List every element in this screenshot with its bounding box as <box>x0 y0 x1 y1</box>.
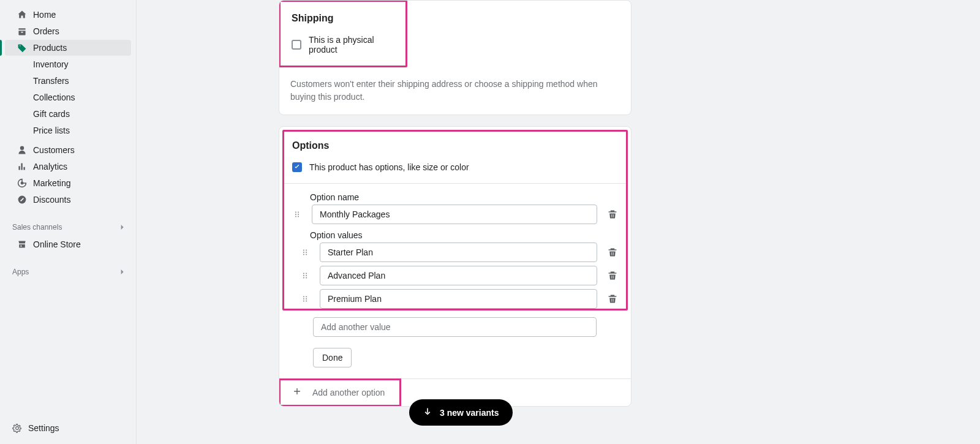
sales-channels-label: Sales channels <box>12 223 62 231</box>
shipping-helper-section: Customers won't enter their shipping add… <box>279 67 631 115</box>
svg-point-5 <box>298 214 299 215</box>
svg-point-13 <box>306 254 307 255</box>
svg-point-7 <box>298 216 299 217</box>
analytics-icon <box>17 162 27 171</box>
add-value-section: Done <box>279 314 631 378</box>
option-value-row <box>292 289 618 309</box>
gear-icon <box>12 423 22 433</box>
svg-point-22 <box>303 298 304 299</box>
drag-handle-icon[interactable] <box>300 248 310 257</box>
has-options-label: This product has options, like size or c… <box>309 162 469 172</box>
physical-product-label: This is a physical product <box>309 35 394 55</box>
drag-handle-icon[interactable] <box>300 271 310 280</box>
svg-point-20 <box>303 296 304 297</box>
option-name-input[interactable] <box>312 205 597 224</box>
delete-value-button[interactable] <box>607 247 618 257</box>
marketing-icon <box>17 178 27 188</box>
sidebar-subitem-inventory[interactable]: Inventory <box>5 56 131 72</box>
shipping-helper-text: Customers won't enter their shipping add… <box>290 78 620 103</box>
svg-point-10 <box>303 252 304 253</box>
sidebar-subitem-transfers[interactable]: Transfers <box>5 73 131 89</box>
sidebar-item-products[interactable]: Products <box>5 40 131 56</box>
delete-value-button[interactable] <box>607 271 618 280</box>
svg-point-16 <box>303 275 304 276</box>
sales-channels-header[interactable]: Sales channels <box>0 219 136 236</box>
options-highlight: Options This product has options, like s… <box>282 130 628 310</box>
delete-value-button[interactable] <box>607 294 618 304</box>
shipping-card: Shipping This is a physical product Cust… <box>279 0 631 115</box>
add-option-highlight: Add another option <box>279 378 401 407</box>
settings-label: Settings <box>28 423 59 433</box>
sidebar-item-label: Customers <box>33 145 75 155</box>
physical-product-checkbox[interactable] <box>292 40 301 50</box>
products-icon <box>17 43 27 53</box>
option-name-label: Option name <box>310 192 618 202</box>
store-icon <box>17 239 27 249</box>
svg-point-2 <box>295 211 296 213</box>
option-value-input[interactable] <box>320 289 597 309</box>
sidebar-item-discounts[interactable]: Discounts <box>5 192 131 208</box>
drag-handle-icon[interactable] <box>292 210 302 219</box>
option-value-row <box>292 243 618 262</box>
svg-point-4 <box>295 214 296 215</box>
svg-point-11 <box>306 252 307 253</box>
drag-handle-icon[interactable] <box>300 295 310 303</box>
sidebar-item-label: Analytics <box>33 162 67 171</box>
sidebar-item-label: Discounts <box>33 195 70 205</box>
new-variants-pill[interactable]: 3 new variants <box>409 399 513 426</box>
svg-point-15 <box>306 273 307 274</box>
apps-header[interactable]: Apps <box>0 263 136 280</box>
sidebar-item-online-store[interactable]: Online Store <box>5 236 131 252</box>
add-value-input[interactable] <box>313 317 597 337</box>
option-editor: Option name Option values <box>284 183 626 309</box>
svg-point-0 <box>21 182 24 185</box>
svg-point-14 <box>303 273 304 274</box>
sidebar-item-analytics[interactable]: Analytics <box>5 159 131 175</box>
orders-icon <box>17 26 27 36</box>
variants-pill-label: 3 new variants <box>440 408 499 418</box>
sidebar-subitem-price-lists[interactable]: Price lists <box>5 122 131 138</box>
arrow-down-icon <box>423 407 432 418</box>
physical-product-row[interactable]: This is a physical product <box>292 35 394 55</box>
has-options-checkbox[interactable] <box>292 162 302 172</box>
shipping-title: Shipping <box>292 13 394 24</box>
option-name-row <box>292 205 618 224</box>
svg-point-19 <box>306 277 307 278</box>
sidebar-subitem-collections[interactable]: Collections <box>5 89 131 105</box>
sidebar: Home Orders Products Inventory Transfers… <box>0 0 137 444</box>
svg-point-3 <box>298 211 299 213</box>
sidebar-subitem-gift-cards[interactable]: Gift cards <box>5 106 131 122</box>
main-content: Shipping This is a physical product Cust… <box>279 0 631 418</box>
add-option-label: Add another option <box>312 388 385 397</box>
apps-label: Apps <box>12 268 29 276</box>
svg-point-21 <box>306 296 307 297</box>
options-title: Options <box>292 140 618 151</box>
option-value-input[interactable] <box>320 266 597 285</box>
sidebar-item-home[interactable]: Home <box>5 7 131 23</box>
has-options-row[interactable]: This product has options, like size or c… <box>292 162 618 172</box>
chevron-right-icon <box>118 267 127 277</box>
discounts-icon <box>17 195 27 205</box>
delete-option-button[interactable] <box>607 209 618 219</box>
option-value-input[interactable] <box>320 243 597 262</box>
sidebar-item-marketing[interactable]: Marketing <box>5 175 131 191</box>
sidebar-item-customers[interactable]: Customers <box>5 142 131 158</box>
sidebar-item-label: Orders <box>33 26 59 36</box>
svg-point-9 <box>306 249 307 250</box>
done-button[interactable]: Done <box>313 348 352 367</box>
sidebar-item-label: Online Store <box>33 239 81 249</box>
option-value-row <box>292 266 618 285</box>
sidebar-item-label: Products <box>33 43 67 53</box>
svg-point-18 <box>303 277 304 278</box>
svg-point-17 <box>306 275 307 276</box>
shipping-highlight: Shipping This is a physical product <box>279 0 407 67</box>
sidebar-item-orders[interactable]: Orders <box>5 23 131 39</box>
sidebar-item-label: Marketing <box>33 178 70 188</box>
sidebar-item-settings[interactable]: Settings <box>0 420 136 437</box>
option-values-label: Option values <box>310 230 618 240</box>
svg-point-25 <box>306 300 307 301</box>
add-value-row <box>313 317 617 337</box>
options-card: Options This product has options, like s… <box>279 126 631 407</box>
home-icon <box>17 10 27 20</box>
svg-point-24 <box>303 300 304 301</box>
